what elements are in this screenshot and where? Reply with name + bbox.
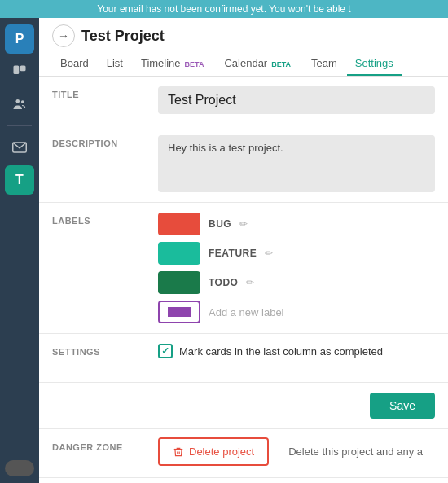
sidebar-team-icon[interactable] — [5, 90, 34, 119]
header-top: → Test Project — [52, 24, 435, 52]
check-mark-icon: ✓ — [161, 345, 169, 357]
sidebar-divider — [7, 125, 32, 126]
settings-value-container: ✓ Mark cards in the last column as compl… — [145, 334, 448, 382]
description-label: DESCRIPTION — [39, 125, 145, 202]
add-label-color-inner — [168, 307, 191, 317]
back-button[interactable]: → — [52, 24, 75, 47]
label-todo-color[interactable] — [158, 271, 200, 294]
title-input[interactable]: Test Project — [158, 86, 435, 114]
settings-label: SETTINGS — [39, 334, 145, 382]
page-title: Test Project — [81, 28, 165, 45]
content-area: → Test Project Board List TimelineBETA C… — [39, 18, 448, 483]
trash-icon — [173, 446, 184, 458]
sidebar: P T — [0, 18, 39, 483]
sidebar-t-avatar[interactable]: T — [5, 165, 34, 195]
notification-bar: Your email has not been confirmed yet. Y… — [0, 0, 448, 18]
sidebar-trello-icon[interactable] — [5, 57, 34, 86]
settings-form: TITLE Test Project DESCRIPTION Hey this … — [39, 77, 448, 483]
delete-project-button[interactable]: Delete project — [158, 437, 269, 466]
sidebar-toggle[interactable] — [5, 460, 34, 476]
title-row: TITLE Test Project — [39, 77, 448, 125]
svg-rect-0 — [14, 66, 20, 75]
notification-text: Your email has not been confirmed yet. Y… — [97, 3, 350, 15]
content-header: → Test Project Board List TimelineBETA C… — [39, 18, 448, 77]
settings-row: SETTINGS ✓ Mark cards in the last column… — [39, 334, 448, 383]
tab-calendar[interactable]: CalendarBETA — [216, 52, 301, 76]
tab-settings[interactable]: Settings — [347, 52, 402, 76]
description-row: DESCRIPTION Hey this is a test project. — [39, 125, 448, 203]
nav-tabs: Board List TimelineBETA CalendarBETA Tea… — [52, 52, 435, 76]
tab-list[interactable]: List — [99, 52, 131, 76]
calendar-beta-badge: BETA — [269, 59, 293, 69]
add-label-text[interactable]: Add a new label — [209, 306, 284, 318]
svg-rect-1 — [20, 66, 26, 72]
label-bug: BUG ✏ — [158, 213, 435, 235]
labels-container: BUG ✏ FEATURE ✏ TODO ✏ — [145, 203, 448, 333]
label-todo-edit-icon[interactable]: ✏ — [246, 277, 254, 288]
label-bug-color[interactable] — [158, 213, 200, 235]
label-todo: TODO ✏ — [158, 271, 435, 294]
timeline-beta-badge: BETA — [182, 59, 207, 69]
danger-label: DANGER ZONE — [39, 429, 145, 465]
title-value-container: Test Project — [145, 77, 448, 125]
label-feature-color[interactable] — [158, 242, 200, 265]
description-input[interactable]: Hey this is a test project. — [158, 135, 435, 192]
danger-description: Delete this project and any a — [279, 437, 433, 466]
labels-list: BUG ✏ FEATURE ✏ TODO ✏ — [158, 213, 435, 323]
tab-timeline[interactable]: TimelineBETA — [133, 52, 215, 76]
label-feature-name: FEATURE — [209, 248, 257, 259]
description-value-container: Hey this is a test project. — [145, 125, 448, 202]
labels-row: LABELS BUG ✏ FEATURE ✏ — [39, 203, 448, 334]
svg-point-3 — [21, 100, 24, 103]
sidebar-bottom — [5, 460, 34, 476]
title-label: TITLE — [39, 77, 145, 125]
tab-team[interactable]: Team — [303, 52, 345, 76]
settings-check-container: ✓ Mark cards in the last column as compl… — [158, 344, 435, 358]
svg-point-2 — [16, 99, 20, 103]
label-todo-name: TODO — [209, 277, 238, 288]
add-label-item[interactable]: Add a new label — [158, 301, 435, 323]
label-feature-edit-icon[interactable]: ✏ — [265, 248, 273, 259]
delete-button-label: Delete project — [189, 446, 254, 458]
tab-board[interactable]: Board — [52, 52, 97, 76]
settings-checkbox[interactable]: ✓ — [158, 344, 173, 358]
save-row: Save — [39, 383, 448, 429]
label-feature: FEATURE ✏ — [158, 242, 435, 265]
labels-label: LABELS — [39, 203, 145, 333]
danger-zone-row: DANGER ZONE Delete project Delete this p… — [39, 429, 448, 478]
label-bug-edit-icon[interactable]: ✏ — [239, 218, 248, 230]
sidebar-avatar-p[interactable]: P — [5, 24, 34, 54]
sidebar-mail-icon[interactable] — [5, 133, 34, 162]
settings-check-text: Mark cards in the last column as complet… — [179, 345, 383, 358]
add-label-color-box — [158, 301, 200, 323]
danger-value-container: Delete project Delete this project and a… — [145, 429, 448, 474]
save-button[interactable]: Save — [370, 393, 435, 419]
label-bug-name: BUG — [209, 218, 231, 230]
